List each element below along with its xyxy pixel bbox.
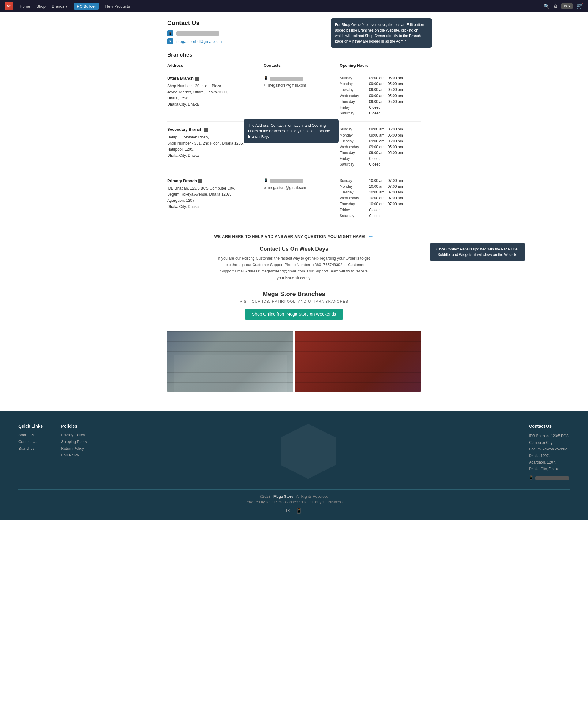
shop-online-button[interactable]: Shop Online from Mega Store on Weekends <box>245 309 343 320</box>
cart-icon[interactable]: 🛒 <box>576 3 583 9</box>
branch-row-0: Uttara BranchShop Number: 120, Islam Pla… <box>167 70 421 122</box>
mega-branches-title: Mega Store Branches <box>167 290 421 298</box>
footer-link-shipping[interactable]: Shipping Policy <box>61 440 87 444</box>
footer-logo-decoration <box>106 424 510 479</box>
store-image-left <box>167 331 293 392</box>
phone-icon: 📱 <box>529 475 533 480</box>
footer-copyright: ©2023 | Mega Store | All Rights Reserved <box>18 495 570 499</box>
footer-contact: Contact Us IDB Bhaban, 123/5 BCS, Comput… <box>529 424 570 480</box>
help-banner: WE ARE HERE TO HELP AND ANSWER ANY QUEST… <box>167 233 421 240</box>
branch-hours-2: Sunday10:00 am - 07:00 amMonday10:00 am … <box>340 173 421 224</box>
branches-title: Branches <box>167 52 421 58</box>
chevron-down-icon: ▾ <box>568 4 570 8</box>
branch-row-2: Primary BranchIDB Bhaban, 123/5 BCS Comp… <box>167 173 421 224</box>
footer-link-privacy[interactable]: Privacy Policy <box>61 433 87 437</box>
store-image-right <box>295 331 421 392</box>
branch-edit-icon-1[interactable] <box>204 128 208 132</box>
chevron-down-icon: ▾ <box>65 4 68 8</box>
col-header-address: Address <box>167 63 264 70</box>
footer-link-branches[interactable]: Branches <box>18 447 43 451</box>
footer-bottom: ©2023 | Mega Store | All Rights Reserved… <box>18 489 570 514</box>
contact-email: megastorebd@gmail.com <box>176 39 222 44</box>
navbar-logo: MS <box>5 2 14 10</box>
tooltip-branch-edit: The Address, Contact information, and Op… <box>244 119 339 143</box>
branches-table: Address Contacts Opening Hours Uttara Br… <box>167 63 421 224</box>
footer-powered-by: Powered by RetailXen - Connected Retail … <box>18 500 570 504</box>
footer: Quick Links About Us Contact Us Branches… <box>0 411 588 520</box>
arrow-right-icon: ← <box>368 233 374 240</box>
nav-shop[interactable]: Shop <box>37 4 46 8</box>
mega-branches-subtitle: VISIT OUR IDB, HATIRPOOL, AND UTTARA BRA… <box>167 299 421 304</box>
search-icon[interactable]: 🔍 <box>544 3 550 9</box>
footer-social-icons: ✉ 📱 <box>18 507 570 514</box>
email-icon: ✉ <box>264 83 267 88</box>
help-banner-text: WE ARE HERE TO HELP AND ANSWER ANY QUEST… <box>214 234 366 239</box>
branch-address-2: Primary BranchIDB Bhaban, 123/5 BCS Comp… <box>167 173 264 224</box>
branch-contacts-2: 📱✉megastore@gmail.com <box>264 173 340 224</box>
footer-link-return[interactable]: Return Policy <box>61 447 87 451</box>
email-icon: ✉ <box>264 185 267 191</box>
contact-weekdays-text: If you are our existing Customer, the fa… <box>217 255 371 281</box>
footer-phone-row: 📱 <box>529 475 570 480</box>
store-images <box>167 331 421 392</box>
col-header-contacts: Contacts <box>264 63 340 70</box>
footer-brand: Mega Store <box>273 495 293 499</box>
footer-grid: Quick Links About Us Contact Us Branches… <box>18 424 570 480</box>
navbar-icons: 🔍 ⚙ বাং ▾ 🛒 <box>544 3 583 9</box>
phone-icon: 📱 <box>167 30 173 37</box>
branch-contacts-0: 📱✉megastore@gmail.com <box>264 70 340 122</box>
email-icon: ✉ <box>167 38 173 44</box>
branch-edit-icon-0[interactable] <box>195 77 199 81</box>
nav-home[interactable]: Home <box>20 4 30 8</box>
contact-weekdays-section: Contact Us On Week Days If you are our e… <box>167 246 421 281</box>
footer-spacer <box>106 424 510 480</box>
footer-policies: Policies Privacy Policy Shipping Policy … <box>61 424 87 480</box>
phone-social-icon[interactable]: 📱 <box>296 507 302 514</box>
nav-brands[interactable]: Brands ▾ <box>52 4 68 8</box>
footer-quick-links: Quick Links About Us Contact Us Branches <box>18 424 43 480</box>
contact-weekdays-title: Contact Us On Week Days <box>167 246 421 252</box>
tooltip-admin-edit: For Shop Owner's convenience, there is a… <box>331 18 432 48</box>
branch-hours-0: Sunday09:00 am - 05:00 pmMonday09:00 am … <box>340 70 421 122</box>
navbar: MS Home Shop Brands ▾ PC Builder New Pro… <box>0 0 588 12</box>
branches-section: Branches The Address, Contact informatio… <box>167 52 421 224</box>
footer-link-emi[interactable]: EMI Policy <box>61 453 87 457</box>
gear-icon[interactable]: ⚙ <box>553 3 558 9</box>
contact-phone-blurred <box>176 31 219 36</box>
branch-name-0: Uttara Branch <box>167 75 261 82</box>
nav-pc-builder[interactable]: PC Builder <box>74 3 99 10</box>
branch-edit-icon-2[interactable] <box>198 179 203 183</box>
footer-link-about[interactable]: About Us <box>18 433 43 437</box>
branch-hours-1: Sunday09:00 am - 05:00 pmMonday09:00 am … <box>340 122 421 173</box>
branch-phone-blurred-0 <box>270 77 303 81</box>
branch-name-2: Primary Branch <box>167 178 261 184</box>
mega-branches-section: Mega Store Branches VISIT OUR IDB, HATIR… <box>167 290 421 326</box>
nav-new-products[interactable]: New Products <box>105 4 130 8</box>
tooltip-contact-page: Once Contact Page is updated with the Pa… <box>430 243 525 261</box>
branch-address-0: Uttara BranchShop Number: 120, Islam Pla… <box>167 70 264 122</box>
main-content: For Shop Owner's convenience, there is a… <box>162 12 426 411</box>
col-header-hours: Opening Hours <box>340 63 421 70</box>
email-social-icon[interactable]: ✉ <box>286 507 291 514</box>
logo-text: MS <box>7 5 12 8</box>
footer-contact-address: IDB Bhaban, 123/5 BCS, Computer City Beg… <box>529 433 570 473</box>
footer-contact-title: Contact Us <box>529 424 570 429</box>
policies-title: Policies <box>61 424 87 429</box>
footer-link-contact[interactable]: Contact Us <box>18 440 43 444</box>
phone-icon: 📱 <box>264 178 268 183</box>
footer-phone-blurred <box>535 476 569 480</box>
phone-icon: 📱 <box>264 75 268 81</box>
branch-phone-blurred-2 <box>270 179 303 183</box>
quick-links-title: Quick Links <box>18 424 43 429</box>
language-selector[interactable]: বাং ▾ <box>561 3 573 9</box>
